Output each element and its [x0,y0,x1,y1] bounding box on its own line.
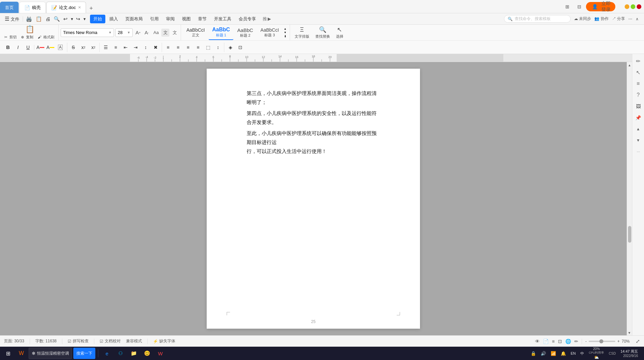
menu-btn-print2[interactable]: 🖨 [44,15,52,23]
folder-btn[interactable]: 📁 [128,348,140,359]
zoom-out-btn[interactable]: - [585,339,587,344]
page-count[interactable]: 页面: 30/33 [4,338,24,344]
find-replace-btn[interactable]: 🔍 查找替换 [313,25,333,40]
fill-btn[interactable]: ◈ [226,43,235,52]
rs-lines-icon[interactable]: ≡ [633,79,643,89]
superscript-btn[interactable]: x2 [79,43,88,52]
numbering-btn[interactable]: ≡ [111,43,120,52]
menu-view[interactable]: 视图 [179,15,194,23]
zoom-in-side[interactable]: + [631,63,632,69]
rs-dot-icon[interactable]: ⋯ [633,147,643,157]
zoom-slider[interactable] [589,341,615,342]
view-read-btn[interactable]: 👁 [535,339,540,344]
wps-doc-btn[interactable]: W [154,348,166,359]
rs-cursor-icon[interactable]: ↖ [633,67,643,77]
doc-text[interactable]: 第三点，小儿疾病中医护理系统界面简洁美观，操作流程清晰明了； 第四点，小儿疾病中… [247,89,380,156]
italic-btn[interactable]: I [13,43,23,52]
styles-scroll-ctrl[interactable]: ▲ ▼ ⬇ [283,27,288,39]
rs-pin-icon[interactable]: 📌 [633,113,643,123]
scroll-extra2[interactable]: ⋯ [631,85,632,91]
menu-layout[interactable]: 页面布局 [122,15,146,23]
app-search[interactable]: 搜索一下 [73,348,95,359]
menu-redo[interactable]: ↪ [75,15,82,23]
line-spacing-btn[interactable]: ↕ [213,43,223,52]
doc-review[interactable]: ☑ 文档校对 [100,338,121,344]
menu-btn-print[interactable]: 🖨️ [24,14,34,23]
tray-icon-2[interactable]: 🔊 [539,350,547,357]
scroll-extra1[interactable]: ⊡ [631,78,632,84]
menu-vip[interactable]: 会员专享 [235,15,259,23]
font-color-btn[interactable]: A [36,43,45,52]
zoom-in-btn[interactable]: + [617,339,620,344]
share-btn[interactable]: ↗ 分享 [612,16,625,22]
strikethrough-btn[interactable]: S [69,43,78,52]
font-increase-btn[interactable]: A+ [134,29,142,37]
tray-icon-4[interactable]: 🔔 [559,350,567,357]
align-center-btn[interactable]: ≡ [173,43,183,52]
compat-mode[interactable]: 兼容模式 [126,338,142,344]
minimize-btn[interactable] [625,4,629,9]
align-justify-btn[interactable]: ≡ [193,43,203,52]
menu-start[interactable]: 开始 [90,15,105,23]
style-heading1[interactable]: AaBbC 标题 1 [209,25,233,40]
collab-btn[interactable]: 👥 协作 [594,16,608,22]
select-btn[interactable]: ↖ 选择 [333,25,346,40]
sort-btn[interactable]: ↕ [141,43,150,52]
grid-icon[interactable]: ⊟ [574,2,585,11]
menu-insert[interactable]: 插入 [106,15,121,23]
unsync-btn[interactable]: ☁ 未同步 [574,16,591,22]
tab-drafts[interactable]: 📄 稿壳 [19,2,46,13]
view-annotation-btn[interactable]: ✏ [574,339,578,344]
tray-csd[interactable]: CSD [607,351,617,356]
border-btn[interactable]: ⊡ [236,43,245,52]
menu-devtools[interactable]: 开发工具 [211,15,235,23]
menu-undo-arrow[interactable]: ▼ [70,16,74,22]
indent-decrease-btn[interactable]: ⇤ [121,43,130,52]
layout-icon[interactable]: ⊞ [562,2,573,11]
menu-undo[interactable]: ↩ [62,15,69,23]
tray-icon-3[interactable]: 📶 [549,350,557,357]
align-left-btn[interactable]: ≡ [163,43,173,52]
bold-btn[interactable]: B [3,43,13,52]
tab-close-btn[interactable]: ✕ [78,5,81,10]
tray-icon-1[interactable]: 🔒 [529,350,537,357]
indent-increase-btn[interactable]: ⇥ [131,43,140,52]
menu-search-box[interactable]: 🔍 查找命令、搜索模板 [504,15,571,23]
tab-doc[interactable]: 📝 论文.doc ✕ [46,2,86,13]
underline-btn[interactable]: U [23,43,33,52]
style-heading2[interactable]: AaBbC 标题 2 [234,25,257,40]
subscript-btn[interactable]: x2 [89,43,98,52]
style-normal[interactable]: AaBbCcI 正文 [183,25,208,40]
cpu-widget[interactable]: 20% CPU利用率 ⛅ [587,347,605,360]
font-highlight-btn[interactable]: A [46,43,55,52]
menu-btn-find[interactable]: 🔍 [52,15,61,23]
scrollbar-v[interactable]: ▲ ▼ + - ⊡ ⋯ [627,62,632,335]
copy-btn[interactable]: ⊕ 复制 [20,34,35,40]
menu-btn-preview[interactable]: 📋 [34,15,43,23]
edge-btn[interactable]: ⚇ [114,348,126,359]
text-direction-btn[interactable]: ⬚ [203,43,213,52]
tray-icon-5[interactable]: EN [569,351,577,356]
rs-down-icon[interactable]: ▼ [633,135,643,145]
rs-image-icon[interactable]: 🖼 [633,101,643,111]
font-special2-btn[interactable]: 文 [171,29,179,37]
font-case-btn[interactable]: Aa [152,29,160,37]
login-btn[interactable]: 👤 立即登录 [586,2,615,11]
view-edit-btn[interactable]: 📄 [543,339,549,344]
menu-hamburger[interactable]: ☰ 文件 [3,14,21,24]
char-count[interactable]: 字数: 11638 [35,338,57,344]
text-layout-btn[interactable]: Ξ 文字排版 [292,25,312,40]
view-web-btn[interactable]: 🌐 [565,339,571,344]
ie-btn[interactable]: e [101,348,113,359]
view-outline-btn[interactable]: ≡ [552,339,555,344]
emoji-btn[interactable]: 😊 [141,348,153,359]
font-special-btn[interactable]: 文 [161,29,169,37]
rs-pencil-icon[interactable]: ✏ [633,56,643,66]
rs-question-icon[interactable]: ? [633,90,643,100]
collapse-ribbon-btn[interactable]: ∧ [636,17,639,21]
menu-more[interactable]: 推 ▶ [260,15,274,23]
align-right-btn[interactable]: ≡ [183,43,193,52]
font-decrease-btn[interactable]: A- [143,29,151,37]
menu-reference[interactable]: 引用 [147,15,162,23]
font-name-box[interactable]: Times New Roma ▼ [61,28,114,37]
